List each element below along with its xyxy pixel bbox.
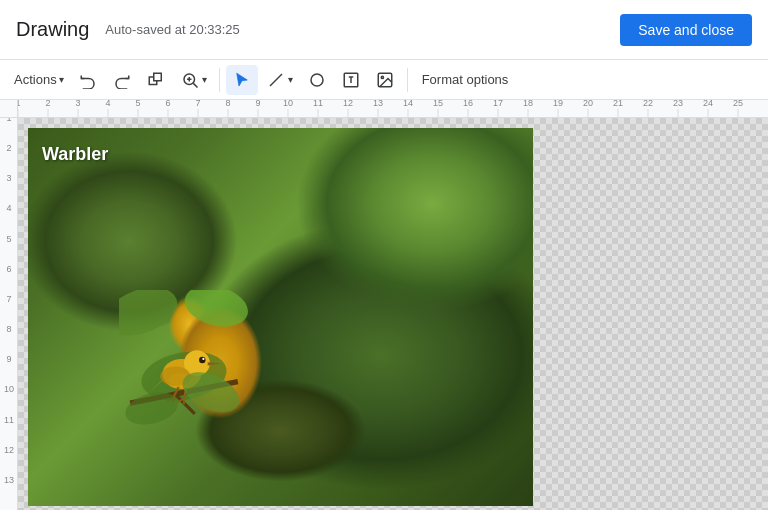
zoom-chevron-icon: ▾ <box>202 74 207 85</box>
divider-1 <box>219 68 220 92</box>
toolbar: Actions ▾ <box>0 60 768 100</box>
shapes-tool[interactable] <box>301 65 333 95</box>
shapes-icon <box>307 70 327 90</box>
format-options-label[interactable]: Format options <box>414 72 517 87</box>
line-tool[interactable]: ▾ <box>260 65 299 95</box>
select-tool[interactable] <box>226 65 258 95</box>
save-close-button[interactable]: Save and close <box>620 14 752 46</box>
svg-rect-1 <box>153 73 161 81</box>
header: Drawing Auto-saved at 20:33:25 Save and … <box>0 0 768 60</box>
bird-image <box>28 128 533 506</box>
drawing-row: 12345678910111213 <box>0 118 768 510</box>
zoom-icon <box>180 70 200 90</box>
canvas-area: 1234567891011121314151617181920212223242… <box>0 100 768 510</box>
svg-point-21 <box>202 358 204 360</box>
svg-point-14 <box>180 290 249 333</box>
undo-icon <box>78 70 98 90</box>
svg-point-13 <box>119 290 184 345</box>
drawing-canvas: Warbler <box>28 128 533 506</box>
ruler-row: 1234567891011121314151617181920212223242… <box>0 100 768 118</box>
zoom-button[interactable]: ▾ <box>174 65 213 95</box>
select-icon <box>232 70 252 90</box>
main-content: 1234567891011121314151617181920212223242… <box>0 100 768 510</box>
redo-icon <box>112 70 132 90</box>
canvas-container[interactable]: Warbler <box>18 118 768 510</box>
autosave-text: Auto-saved at 20:33:25 <box>105 22 239 37</box>
divider-2 <box>407 68 408 92</box>
line-chevron-icon: ▾ <box>288 74 293 85</box>
header-left: Drawing Auto-saved at 20:33:25 <box>16 18 240 41</box>
svg-point-7 <box>311 74 323 86</box>
line-icon <box>266 70 286 90</box>
arrange-icon <box>146 70 166 90</box>
actions-label: Actions <box>14 72 57 87</box>
svg-line-3 <box>193 83 197 87</box>
svg-line-6 <box>270 74 282 86</box>
svg-point-20 <box>199 357 205 363</box>
text-tool[interactable] <box>335 65 367 95</box>
bird-illustration <box>119 290 249 430</box>
horizontal-ruler: 1234567891011121314151617181920212223242… <box>18 100 768 117</box>
svg-point-12 <box>381 76 383 78</box>
image-icon <box>375 70 395 90</box>
text-icon <box>341 70 361 90</box>
image-tool[interactable] <box>369 65 401 95</box>
undo-button[interactable] <box>72 65 104 95</box>
redo-button[interactable] <box>106 65 138 95</box>
image-label: Warbler <box>42 144 108 165</box>
app-title: Drawing <box>16 18 89 41</box>
arrange-button[interactable] <box>140 65 172 95</box>
ruler-corner <box>0 100 18 118</box>
actions-menu[interactable]: Actions ▾ <box>8 65 70 95</box>
actions-chevron-icon: ▾ <box>59 74 64 85</box>
vertical-ruler: 12345678910111213 <box>0 118 18 510</box>
